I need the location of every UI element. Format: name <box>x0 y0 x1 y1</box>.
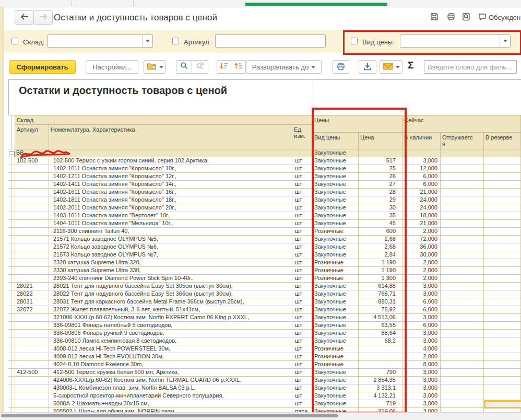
sklad-checkbox[interactable] <box>11 38 18 44</box>
table-cell[interactable]: 4,000 <box>402 345 441 353</box>
table-cell[interactable]: шт <box>292 283 313 290</box>
table-cell[interactable]: шт <box>292 377 313 384</box>
table-cell[interactable]: 28031 Тент для каркасного бассейна Metal… <box>49 298 292 306</box>
scrollbar-thumb[interactable] <box>1 414 338 417</box>
table-cell[interactable]: 2330 катушка Supreme Ultra 330, <box>49 267 292 275</box>
table-cell[interactable]: шт <box>292 353 313 361</box>
table-cell[interactable] <box>11 361 15 369</box>
table-cell[interactable]: 1403-1011 Оснастка зимняя "Вертолет" 10г… <box>49 212 292 220</box>
table-cell[interactable]: 1402-1211 Оснастка зимняя "Коромысло" 12… <box>49 173 292 181</box>
table-cell[interactable] <box>441 377 484 384</box>
table-cell[interactable]: 24,000 <box>402 196 441 204</box>
table-cell[interactable] <box>15 189 49 196</box>
table-cell[interactable] <box>441 392 484 400</box>
table-cell[interactable] <box>484 259 521 267</box>
table-cell[interactable] <box>402 149 441 157</box>
table-cell[interactable]: Розничные <box>313 353 359 361</box>
table-cell[interactable]: 1 300 <box>359 275 402 283</box>
table-cell[interactable]: 72,000 <box>402 236 441 243</box>
table-row[interactable]: 336-09801 Фонарь налобный 5 светодиодов,… <box>8 322 521 330</box>
vid-ceny-combobox[interactable] <box>400 34 511 48</box>
table-cell[interactable] <box>441 236 484 243</box>
table-cell[interactable] <box>11 392 15 400</box>
table-cell[interactable]: 1404-1011 Оснастка зимняя "Мельница" 10г… <box>49 220 292 228</box>
table-cell[interactable]: шт <box>292 322 313 330</box>
table-cell[interactable] <box>484 181 521 189</box>
table-cell[interactable] <box>441 400 484 408</box>
table-cell[interactable] <box>15 330 49 337</box>
table-cell[interactable] <box>11 283 15 290</box>
table-cell[interactable] <box>484 392 521 400</box>
table-row[interactable]: 1402-1411 Оснастка зимняя "Коромысло" 14… <box>8 181 521 189</box>
table-cell[interactable] <box>359 353 402 361</box>
column-header-price[interactable]: Цена <box>359 133 402 149</box>
table-cell[interactable] <box>11 157 15 165</box>
table-cell[interactable]: 1402-1411 Оснастка зимняя "Коромысло" 14… <box>49 181 292 189</box>
table-cell[interactable] <box>15 181 49 189</box>
column-header-available[interactable]: В наличии <box>402 133 441 149</box>
table-cell[interactable]: Закупочные <box>313 392 359 400</box>
table-cell[interactable] <box>441 251 484 259</box>
table-cell[interactable] <box>484 149 521 157</box>
table-cell[interactable]: Закупочные <box>313 298 359 306</box>
table-cell[interactable]: 3,000 <box>402 283 441 290</box>
quick-filter-field[interactable] <box>424 60 517 74</box>
table-cell[interactable] <box>484 275 521 283</box>
table-cell[interactable] <box>484 157 521 165</box>
table-row[interactable]: 430003-L Комбинезон плав. зим. Norfin BA… <box>8 384 521 392</box>
table-cell[interactable] <box>11 228 15 236</box>
table-cell[interactable] <box>15 212 49 220</box>
table-cell[interactable]: 63,55 <box>359 322 402 330</box>
table-cell[interactable]: Закупочные <box>313 384 359 392</box>
table-cell[interactable]: 6,000 <box>402 298 441 306</box>
table-cell[interactable] <box>15 236 49 243</box>
table-cell[interactable] <box>11 400 15 408</box>
table-cell[interactable]: Розничные <box>313 361 359 369</box>
table-cell[interactable]: 424006-XXXL(р.60-62) Костюм зим. Norfin … <box>49 377 292 384</box>
table-cell[interactable] <box>441 220 484 228</box>
sort-descending-button[interactable] <box>217 60 231 74</box>
table-cell[interactable] <box>11 212 15 220</box>
table-cell[interactable] <box>484 384 521 392</box>
table-cell[interactable] <box>11 251 15 259</box>
table-cell[interactable]: 430003-L Комбинезон плав. зим. Norfin BA… <box>49 384 292 392</box>
table-cell[interactable]: 4024-0,10 Diamond Exelence 30m, <box>49 361 292 369</box>
table-cell[interactable]: 75,92 <box>359 306 402 314</box>
table-cell[interactable]: 21,000 <box>402 220 441 228</box>
table-cell[interactable] <box>441 259 484 267</box>
table-cell[interactable]: шт <box>292 400 313 408</box>
artikul-checkbox[interactable] <box>172 38 179 44</box>
table-cell[interactable]: 4008-012 леска Hi-Tech POWERSTEEL 30м, <box>49 345 292 353</box>
table-cell[interactable] <box>484 314 521 322</box>
table-row[interactable]: 2320 катушка Supreme Ultra 320,штРозничн… <box>8 259 521 267</box>
table-cell[interactable]: 1402-1011 Оснастка зимняя "Коромысло" 10… <box>49 165 292 173</box>
table-cell[interactable]: шт <box>292 259 313 267</box>
table-cell[interactable] <box>15 322 49 330</box>
generate-button[interactable]: Сформировать <box>9 60 76 74</box>
table-cell[interactable] <box>441 322 484 330</box>
table-cell[interactable] <box>11 275 15 283</box>
sklad-combobox[interactable] <box>48 34 153 48</box>
table-cell[interactable]: шт <box>292 298 313 306</box>
table-row[interactable]: 424006-XXXL(р.60-62) Костюм зим. Norfin … <box>8 377 521 384</box>
table-row[interactable]: 4024-0,10 Diamond Exelence 30m,штРозничн… <box>8 361 521 369</box>
table-cell[interactable]: 21,000 <box>402 189 441 196</box>
table-cell[interactable]: 12,000 <box>402 165 441 173</box>
group-row[interactable]: БВ,Закупочные <box>8 149 521 157</box>
table-cell[interactable]: Закупочные <box>313 196 359 204</box>
table-cell[interactable]: шт <box>292 330 313 337</box>
table-cell[interactable] <box>441 157 484 165</box>
table-cell[interactable]: 2,000 <box>402 275 441 283</box>
table-cell[interactable]: Закупочные <box>313 377 359 384</box>
table-cell[interactable]: 2,68 <box>359 236 402 243</box>
table-row[interactable]: 321006-XXXL(р.60-62) Костюм зим. Norfin … <box>8 314 521 322</box>
column-group-now[interactable]: Сейчас <box>402 115 521 133</box>
table-cell[interactable]: 768,71 <box>359 290 402 298</box>
table-cell[interactable]: шт <box>292 220 313 228</box>
table-cell[interactable]: 25 <box>359 165 402 173</box>
table-cell[interactable]: шт <box>292 189 313 196</box>
table-cell[interactable]: БВ, <box>15 149 313 157</box>
table-cell[interactable]: 6,000 <box>402 173 441 181</box>
table-row[interactable]: 2116-300 спиннинг Taifun 40,штРозничные6… <box>8 228 521 236</box>
vid-ceny-checkbox[interactable] <box>351 38 358 44</box>
